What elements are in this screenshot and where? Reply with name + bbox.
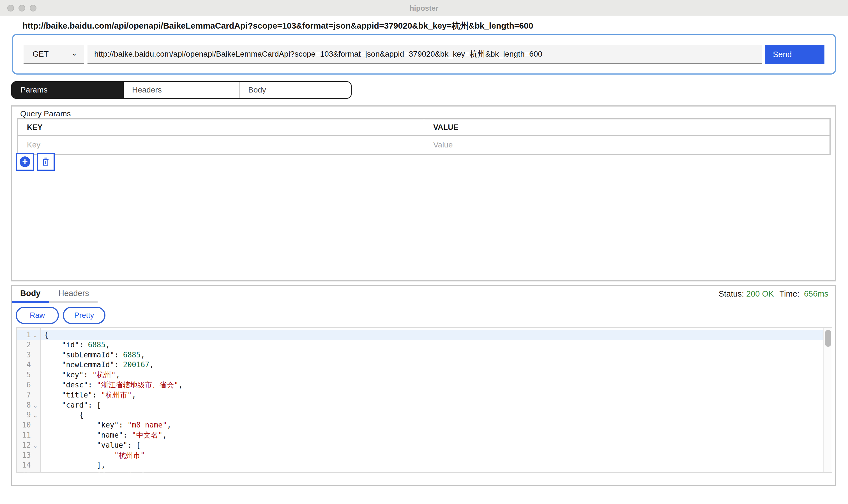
param-value-input[interactable] — [424, 136, 830, 154]
gutter-cell: 11 — [17, 430, 41, 440]
request-tabbar: Params Headers Body — [11, 81, 352, 99]
line-number: 6 — [17, 380, 31, 390]
fold-spacer — [31, 460, 40, 470]
gutter-cell: 4 — [17, 360, 41, 370]
fold-spacer — [31, 380, 40, 390]
editor-scrollbar-thumb[interactable] — [825, 330, 831, 347]
fold-chevron-icon[interactable]: ⌄ — [31, 470, 40, 473]
code-line[interactable]: 6 "desc": "浙江省辖地级市、省会", — [17, 380, 823, 390]
code-line[interactable]: 12⌄ "value": [ — [17, 440, 823, 450]
code-line[interactable]: 5 "key": "杭州", — [17, 370, 823, 380]
code-line[interactable]: 11 "name": "中文名", — [17, 430, 823, 440]
tab-headers[interactable]: Headers — [124, 82, 239, 98]
code-text: "杭州市" — [41, 450, 823, 461]
code-line[interactable]: 4 "newLemmaId": 200167, — [17, 360, 823, 370]
code-line[interactable]: 15⌄ "format": [ — [17, 470, 823, 473]
code-text: "format": [ — [41, 470, 823, 473]
editor-scrollbar-track[interactable] — [823, 328, 832, 472]
add-param-button[interactable]: + — [16, 153, 34, 171]
gutter-cell: 1⌄ — [17, 330, 41, 340]
code-line[interactable]: 13 "杭州市" — [17, 450, 823, 461]
code-line[interactable]: 7 "title": "杭州市", — [17, 390, 823, 400]
params-panel: Query Params KEY VALUE + — [11, 105, 836, 282]
code-text: "card": [ — [41, 400, 823, 410]
gutter-cell: 9⌄ — [17, 410, 41, 420]
code-text: "title": "杭州市", — [41, 390, 823, 400]
gutter-cell: 12⌄ — [17, 440, 41, 450]
method-select-value: GET — [33, 50, 71, 59]
code-text: "newLemmaId": 200167, — [41, 360, 823, 370]
fold-spacer — [31, 430, 40, 440]
request-bar: GET ⌄ Send — [12, 34, 836, 75]
value-cell — [424, 136, 830, 154]
send-button[interactable]: Send — [765, 45, 825, 64]
line-number: 12 — [17, 440, 31, 450]
fold-spacer — [31, 350, 40, 360]
pretty-view-button[interactable]: Pretty — [63, 307, 105, 324]
fold-spacer — [31, 390, 40, 400]
response-status-line: Status: 200 OKTime: 656ms — [719, 289, 828, 299]
active-tab-underline — [12, 301, 49, 303]
query-params-table: KEY VALUE — [17, 118, 831, 155]
line-number: 5 — [17, 370, 31, 380]
fold-spacer — [31, 360, 40, 370]
param-actions: + — [16, 153, 55, 171]
tab-body[interactable]: Body — [239, 82, 351, 98]
code-text: "key": "杭州", — [41, 370, 823, 380]
gutter-cell: 2 — [17, 340, 41, 350]
gutter-cell: 13 — [17, 450, 41, 461]
code-line[interactable]: 2 "id": 6885, — [17, 340, 823, 350]
fold-chevron-icon[interactable]: ⌄ — [31, 330, 40, 340]
request-url-display: http://baike.baidu.com/api/openapi/Baike… — [22, 20, 533, 32]
url-input[interactable] — [88, 45, 762, 64]
code-text: "id": 6885, — [41, 340, 823, 350]
gutter-cell: 6 — [17, 380, 41, 390]
plus-icon: + — [20, 157, 30, 167]
response-panel: Body Headers Status: 200 OKTime: 656ms R… — [11, 285, 836, 486]
method-select[interactable]: GET ⌄ — [23, 45, 84, 64]
code-text: "desc": "浙江省辖地级市、省会", — [41, 380, 823, 390]
tab-params[interactable]: Params — [12, 82, 124, 98]
chevron-down-icon: ⌄ — [71, 50, 77, 56]
line-number: 14 — [17, 460, 31, 470]
line-number: 2 — [17, 340, 31, 350]
query-params-title: Query Params — [20, 109, 71, 118]
line-number: 15 — [17, 470, 31, 473]
code-line[interactable]: 9⌄ { — [17, 410, 823, 420]
key-column-header: KEY — [18, 120, 424, 135]
response-tab-headers[interactable]: Headers — [58, 289, 89, 298]
line-number: 8 — [17, 400, 31, 410]
fold-chevron-icon[interactable]: ⌄ — [31, 410, 40, 420]
code-line[interactable]: 1⌄{ — [17, 330, 823, 340]
gutter-cell: 14 — [17, 460, 41, 470]
code-text: "name": "中文名", — [41, 430, 823, 440]
response-body-editor[interactable]: 1⌄{2 "id": 6885,3 "subLemmaId": 6885,4 "… — [16, 327, 832, 473]
table-row — [18, 135, 830, 154]
value-column-header: VALUE — [424, 120, 830, 135]
line-number: 7 — [17, 390, 31, 400]
line-number: 1 — [17, 330, 31, 340]
tab-underline-track — [49, 301, 98, 303]
code-text: "value": [ — [41, 440, 823, 450]
key-cell — [18, 136, 424, 154]
trash-icon — [41, 157, 51, 167]
param-key-input[interactable] — [18, 136, 424, 154]
fold-spacer — [31, 420, 40, 430]
response-tab-body[interactable]: Body — [20, 289, 41, 298]
code-line[interactable]: 8⌄ "card": [ — [17, 400, 823, 410]
fold-chevron-icon[interactable]: ⌄ — [31, 400, 40, 410]
line-number: 3 — [17, 350, 31, 360]
code-text: { — [41, 330, 823, 340]
time-value: 656ms — [804, 289, 828, 298]
code-line[interactable]: 14 ], — [17, 460, 823, 470]
line-number: 10 — [17, 420, 31, 430]
code-line[interactable]: 3 "subLemmaId": 6885, — [17, 350, 823, 360]
code-lines: 1⌄{2 "id": 6885,3 "subLemmaId": 6885,4 "… — [17, 328, 823, 473]
code-text: "subLemmaId": 6885, — [41, 350, 823, 360]
code-line[interactable]: 10 "key": "m8_name", — [17, 420, 823, 430]
gutter-cell: 5 — [17, 370, 41, 380]
fold-chevron-icon[interactable]: ⌄ — [31, 440, 40, 450]
raw-view-button[interactable]: Raw — [16, 307, 59, 324]
line-number: 13 — [17, 450, 31, 461]
delete-param-button[interactable] — [37, 153, 55, 171]
